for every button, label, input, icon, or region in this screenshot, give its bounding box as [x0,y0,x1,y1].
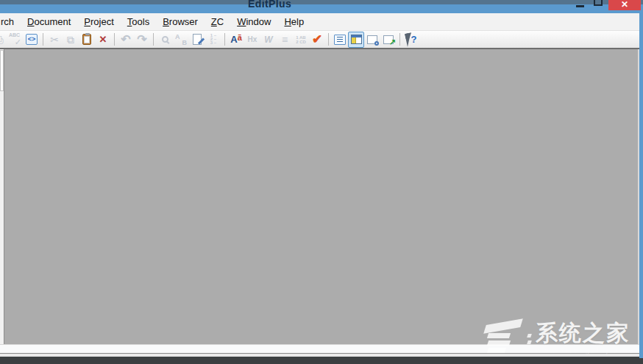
screen-bottom-strip [0,357,643,363]
html-tags-icon: <> [26,34,38,45]
goto-line-icon: 1 – 2 – 3 – [210,34,216,45]
html-toolbar-button[interactable]: <> [24,32,40,48]
toolbar-separator [43,33,43,46]
directory-window-icon [351,35,362,44]
menu-item-project[interactable]: Project [77,14,120,29]
menu-item-zc[interactable]: ZC [205,14,230,29]
toggle-case-button[interactable]: A ã [228,32,244,48]
undo-button[interactable]: ↶ [118,32,134,48]
delete-icon: ✕ [99,34,107,45]
window-right-border [639,13,643,358]
menu-bar: rch Document Project Tools Browser ZC Wi… [0,13,643,31]
close-button[interactable]: ✕ [608,0,641,10]
cut-button[interactable]: ✂ [46,32,63,48]
find-icon [162,36,168,43]
left-scrollbar[interactable] [0,49,4,344]
document-selector-button[interactable] [364,32,380,48]
maximize-button[interactable] [594,0,603,6]
menu-item-window[interactable]: Window [230,14,277,29]
status-bar [0,344,643,353]
minimize-button[interactable] [576,5,584,7]
context-help-button[interactable]: ? [403,32,419,48]
cut-icon: ✂ [50,35,59,45]
print-icon: ⎙ [0,35,4,45]
editplus-window: EditPlus ✕ rch Document Project Tools Br… [0,0,643,364]
window-title: EditPlus [248,0,336,10]
indent-button[interactable]: ≡ [277,32,293,48]
left-scrollbar-thumb[interactable] [0,50,4,91]
find-in-files-icon [193,34,202,45]
spell-check-icon: ABC [9,32,20,38]
spell-check-button[interactable]: ABC ✓ [7,32,24,48]
toolbar-separator [328,33,329,46]
cliptext-window-button[interactable] [332,32,348,48]
directory-window-button[interactable] [348,32,364,48]
menu-item-browser[interactable]: Browser [156,14,205,29]
redo-icon: ↷ [137,34,146,46]
goto-line-button[interactable]: 1 – 2 – 3 – [205,32,221,48]
cliptext-icon [334,35,346,45]
toolbar-separator [224,33,225,46]
replace-icon: A [175,33,180,40]
title-bar: EditPlus ✕ [0,0,643,13]
menu-item-document[interactable]: Document [21,14,77,29]
replace-button[interactable]: A B [173,32,189,48]
toolbar-separator [114,33,115,46]
word-wrap-button[interactable]: W [260,32,277,48]
find-in-files-button[interactable] [189,32,205,48]
paste-button[interactable] [79,32,95,48]
hex-viewer-button[interactable]: Hx [244,32,260,48]
browser-view-button[interactable]: ↗ [380,32,397,48]
toggle-case-icon: A [230,34,237,45]
toolbar: ⎙ ABC ✓ <> ✂ ⧉ ✕ ↶ ↷ A B 1 – 2 – 3 – A ã… [0,31,643,49]
toolbar-separator [153,33,154,46]
toolbar-separator [399,33,400,46]
indent-icon: ≡ [282,34,288,46]
copy-button[interactable]: ⧉ [63,32,79,48]
find-button[interactable] [157,32,173,48]
mdi-client-area [0,49,643,344]
print-button[interactable]: ⎙ [0,32,7,48]
delete-button[interactable]: ✕ [95,32,111,48]
copy-icon: ⧉ [67,35,74,45]
browser-icon: ↗ [383,35,394,44]
syntax-check-button[interactable]: ✔ [309,32,325,48]
menu-item-tools[interactable]: Tools [121,14,156,29]
menu-item-search[interactable]: rch [0,14,21,29]
line-numbers-button[interactable]: 1 AB2 CD [293,32,309,48]
line-numbers-icon: 1 AB2 CD [296,35,306,44]
spell-check-mark-icon: ✓ [15,38,21,47]
paste-icon [82,34,91,45]
syntax-check-icon: ✔ [312,32,322,47]
word-wrap-icon: W [264,35,272,45]
undo-icon: ↶ [121,34,130,46]
menu-item-help[interactable]: Help [277,14,310,29]
hex-viewer-icon: Hx [248,35,257,43]
document-selector-icon [367,35,377,44]
redo-button[interactable]: ↷ [134,32,150,48]
